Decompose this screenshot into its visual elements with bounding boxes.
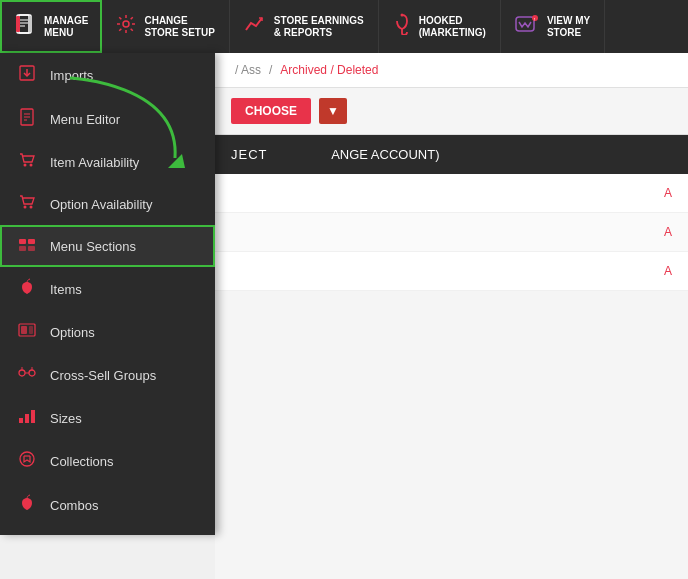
option-availability-label: Option Availability	[50, 197, 152, 212]
dropdown-sizes[interactable]: Sizes	[0, 397, 215, 439]
item-availability-label: Item Availability	[50, 155, 139, 170]
nav-store-earnings[interactable]: STORE EARNINGS & REPORTS	[230, 0, 379, 53]
svg-rect-27	[21, 326, 27, 334]
dropdown-imports[interactable]: Imports	[0, 53, 215, 97]
row-action-3[interactable]: A	[664, 264, 672, 278]
nav-change-store-label: CHANGE STORE SETUP	[144, 15, 214, 39]
nav-view-my-store[interactable]: ! VIEW MY STORE	[501, 0, 605, 53]
dropdown-collections[interactable]: Collections	[0, 439, 215, 483]
archived-deleted-label: Archived / Deleted	[280, 63, 378, 77]
table-row: A	[215, 252, 688, 291]
dropdown-items[interactable]: Items	[0, 267, 215, 311]
items-label: Items	[50, 282, 82, 297]
svg-rect-23	[28, 239, 35, 244]
table-row: A	[215, 174, 688, 213]
cross-sell-label: Cross-Sell Groups	[50, 368, 156, 383]
svg-point-7	[400, 14, 403, 17]
apple-icon	[16, 278, 38, 300]
svg-rect-5	[16, 16, 20, 32]
menu-sections-label: Menu Sections	[50, 239, 136, 254]
svg-rect-25	[28, 246, 35, 251]
sizes-icon	[16, 408, 38, 428]
dropdown-options[interactable]: Options	[0, 311, 215, 353]
chart-icon	[244, 14, 266, 39]
dropdown-menu-editor[interactable]: Menu Editor	[0, 97, 215, 141]
cart-icon	[16, 152, 38, 172]
options-icon	[16, 322, 38, 342]
book-icon	[14, 13, 36, 40]
row-action-1[interactable]: A	[664, 186, 672, 200]
svg-rect-22	[19, 239, 26, 244]
choose-dropdown-button[interactable]: ▼	[319, 98, 347, 124]
nav-hooked[interactable]: HOOKED (MARKETING)	[379, 0, 501, 53]
woo-icon: !	[515, 15, 539, 39]
svg-rect-32	[19, 418, 23, 423]
svg-point-20	[24, 206, 27, 209]
sizes-label: Sizes	[50, 411, 82, 426]
svg-point-18	[24, 164, 27, 167]
dark-section: JECT ANGE ACCOUNT)	[215, 135, 688, 174]
dropdown-menu: Imports Menu Editor Item	[0, 53, 215, 535]
nav-view-store-label: VIEW MY STORE	[547, 15, 590, 39]
top-navigation: MANAGE MENU CHANGE STORE SETUP STORE EAR…	[0, 0, 688, 53]
svg-rect-1	[19, 15, 29, 33]
svg-point-30	[29, 370, 35, 376]
option-cart-icon	[16, 194, 38, 214]
dropdown-item-availability[interactable]: Item Availability	[0, 141, 215, 183]
sections-icon	[16, 236, 38, 256]
breadcrumb: / Ass / Archived / Deleted	[215, 53, 688, 88]
svg-rect-24	[19, 246, 26, 251]
imports-label: Imports	[50, 68, 93, 83]
options-label: Options	[50, 325, 95, 340]
svg-point-6	[123, 21, 129, 27]
hook-icon	[393, 13, 411, 40]
main-layout: Imports Menu Editor Item	[0, 53, 688, 579]
svg-point-19	[30, 164, 33, 167]
menu-editor-label: Menu Editor	[50, 112, 120, 127]
svg-rect-28	[29, 326, 33, 334]
gear-icon	[116, 14, 136, 39]
content-area: / Ass / Archived / Deleted CHOOSE ▼ JECT…	[215, 53, 688, 579]
dropdown-menu-sections[interactable]: Menu Sections	[0, 225, 215, 267]
editor-icon	[16, 108, 38, 130]
crosssell-icon	[16, 364, 38, 386]
combos-label: Combos	[50, 498, 98, 513]
dark-section-text: JECT ANGE ACCOUNT)	[231, 147, 439, 162]
choose-button[interactable]: CHOOSE	[231, 98, 311, 124]
nav-store-earnings-label: STORE EARNINGS & REPORTS	[274, 15, 364, 39]
import-icon	[16, 64, 38, 86]
nav-manage-menu[interactable]: MANAGE MENU	[0, 0, 102, 53]
collections-icon	[16, 450, 38, 472]
dropdown-combos[interactable]: Combos	[0, 483, 215, 527]
svg-rect-34	[31, 410, 35, 423]
collections-label: Collections	[50, 454, 114, 469]
breadcrumb-partial: / Ass	[235, 63, 261, 77]
svg-point-35	[20, 452, 34, 466]
svg-point-29	[19, 370, 25, 376]
svg-rect-33	[25, 414, 29, 423]
nav-manage-menu-label: MANAGE MENU	[44, 15, 88, 39]
svg-point-21	[30, 206, 33, 209]
nav-hooked-label: HOOKED (MARKETING)	[419, 15, 486, 39]
combos-icon	[16, 494, 38, 516]
table-area: A A A	[215, 174, 688, 291]
toolbar: CHOOSE ▼	[215, 88, 688, 135]
row-action-2[interactable]: A	[664, 225, 672, 239]
table-row: A	[215, 213, 688, 252]
dropdown-cross-sell[interactable]: Cross-Sell Groups	[0, 353, 215, 397]
nav-change-store-setup[interactable]: CHANGE STORE SETUP	[102, 0, 229, 53]
dropdown-option-availability[interactable]: Option Availability	[0, 183, 215, 225]
svg-text:!: !	[534, 16, 535, 21]
